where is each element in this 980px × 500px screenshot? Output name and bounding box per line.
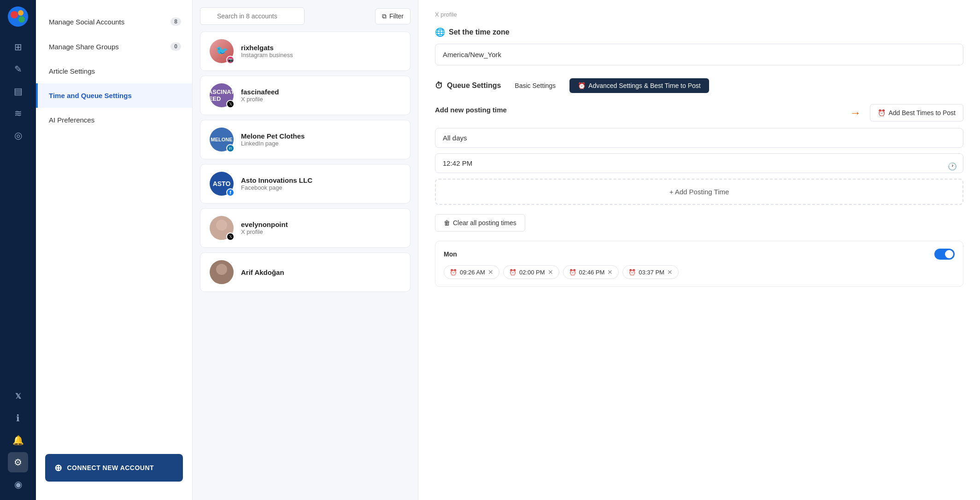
- add-posting-time-button[interactable]: + Add Posting Time: [435, 179, 963, 205]
- account-info-fascinafeed: fascinafeed X profile: [241, 88, 279, 103]
- timezone-title: 🌐 Set the time zone: [435, 27, 963, 37]
- plus-icon: ⊕: [54, 462, 63, 473]
- analytics-icon[interactable]: ◎: [8, 125, 28, 145]
- chip-close-3[interactable]: ✕: [667, 268, 673, 276]
- add-best-times-button[interactable]: ⏰ Add Best Times to Post: [870, 104, 963, 122]
- svg-point-6: [216, 264, 227, 275]
- sidebar-item-time-queue[interactable]: Time and Queue Settings: [36, 83, 192, 108]
- monday-toggle[interactable]: [934, 249, 955, 260]
- basic-settings-tab[interactable]: Basic Settings: [506, 78, 564, 93]
- instagram-badge: 📷: [226, 56, 235, 64]
- chip-clock-icon-1: ⏰: [509, 269, 516, 276]
- account-card-melone[interactable]: MELONE in Melone Pet Clothes LinkedIn pa…: [200, 120, 411, 159]
- chip-clock-icon-0: ⏰: [450, 269, 457, 276]
- account-panel: 🔍 ⧉ Filter 🐦 📷 rixhelgats Instagram busi…: [193, 0, 418, 500]
- svg-point-1: [11, 11, 18, 18]
- linkedin-badge: in: [226, 144, 235, 152]
- account-info-asto: Asto Innovations LLC Facebook page: [241, 176, 312, 191]
- chip-clock-icon-2: ⏰: [569, 269, 576, 276]
- account-card-arif[interactable]: Arif Akdoğan: [200, 252, 411, 292]
- twitter-icon[interactable]: 𝕏: [8, 386, 28, 406]
- account-info-melone: Melone Pet Clothes LinkedIn page: [241, 132, 305, 147]
- grid-icon[interactable]: ⊞: [8, 37, 28, 57]
- chip-clock-icon-3: ⏰: [628, 269, 636, 276]
- svg-point-0: [8, 6, 28, 27]
- time-chip-0246: ⏰ 02:46 PM ✕: [563, 265, 619, 279]
- chip-close-0[interactable]: ✕: [488, 268, 493, 276]
- account-info-evelyn: evelynonpoint X profile: [241, 221, 288, 235]
- monday-label: Mon: [444, 250, 457, 258]
- filter-button[interactable]: ⧉ Filter: [375, 8, 411, 24]
- account-card-fascinafeed[interactable]: FASCINATEFEED 𝕏 fascinafeed X profile: [200, 76, 411, 115]
- queue-settings-label: ⏱ Queue Settings: [435, 81, 501, 91]
- trash-icon: 🗑: [444, 219, 450, 227]
- time-chip-0337: ⏰ 03:37 PM ✕: [622, 265, 679, 279]
- twitter-badge-fascinafeed: 𝕏: [226, 100, 235, 108]
- monday-row-header: Mon: [444, 249, 955, 260]
- clear-posting-times-button[interactable]: 🗑 Clear all posting times: [435, 214, 525, 232]
- facebook-badge: f: [226, 188, 235, 197]
- filter-icon: ⧉: [382, 12, 387, 20]
- avatar-evelyn: 𝕏: [210, 216, 234, 240]
- feed-icon[interactable]: ≋: [8, 103, 28, 123]
- time-chip-0200: ⏰ 02:00 PM ✕: [503, 265, 559, 279]
- time-chip-0926: ⏰ 09:26 AM ✕: [444, 265, 499, 279]
- app-logo[interactable]: [7, 6, 29, 28]
- document-icon[interactable]: ▤: [8, 81, 28, 101]
- icon-bar: ⊞ ✎ ▤ ≋ ◎ 𝕏 ℹ 🔔 ⚙ ◉: [0, 0, 36, 500]
- day-select[interactable]: All days Monday Tuesday Wednesday Thursd…: [435, 128, 963, 148]
- avatar-arif: [210, 260, 234, 284]
- edit-icon[interactable]: ✎: [8, 59, 28, 79]
- avatar-rixhelgats: 🐦 📷: [210, 39, 234, 63]
- advanced-clock-icon: ⏰: [578, 82, 586, 89]
- breadcrumb: X profile: [435, 11, 963, 18]
- avatar-melone: MELONE in: [210, 128, 234, 151]
- time-clock-icon: 🕐: [948, 162, 957, 170]
- svg-point-4: [216, 220, 227, 231]
- sidebar-item-manage-social[interactable]: Manage Social Accounts 8: [36, 9, 192, 34]
- search-input[interactable]: [200, 7, 305, 25]
- twitter-badge-evelyn: 𝕏: [226, 233, 235, 241]
- sidebar-item-article-settings[interactable]: Article Settings: [36, 59, 192, 83]
- chip-close-2[interactable]: ✕: [607, 268, 613, 276]
- settings-panel: X profile 🌐 Set the time zone America/Ne…: [418, 0, 980, 500]
- settings-icon[interactable]: ⚙: [8, 452, 28, 472]
- svg-point-3: [18, 16, 25, 23]
- connect-new-account-button[interactable]: ⊕ CONNECT NEW ACCOUNT: [45, 454, 183, 482]
- monday-time-chips: ⏰ 09:26 AM ✕ ⏰ 02:00 PM ✕ ⏰ 02:46 PM ✕ ⏰…: [444, 265, 955, 279]
- advanced-settings-tab[interactable]: ⏰ Advanced Settings & Best Time to Post: [569, 78, 709, 93]
- avatar-fascinafeed: FASCINATEFEED 𝕏: [210, 83, 234, 107]
- search-wrap: 🔍: [200, 7, 370, 25]
- svg-point-7: [213, 275, 230, 284]
- sidebar: Manage Social Accounts 8 Manage Share Gr…: [36, 0, 193, 500]
- time-input[interactable]: [435, 153, 963, 173]
- info-icon[interactable]: ℹ: [8, 408, 28, 428]
- search-bar: 🔍 ⧉ Filter: [200, 7, 411, 25]
- globe-icon: 🌐: [435, 27, 445, 37]
- account-info-arif: Arif Akdoğan: [241, 268, 284, 276]
- add-posting-title: Add new posting time: [435, 106, 507, 114]
- circle-icon[interactable]: ◉: [8, 474, 28, 494]
- account-card-rixhelgats[interactable]: 🐦 📷 rixhelgats Instagram business: [200, 31, 411, 71]
- sidebar-item-share-groups[interactable]: Manage Share Groups 0: [36, 34, 192, 59]
- account-card-evelyn[interactable]: 𝕏 evelynonpoint X profile: [200, 208, 411, 248]
- avatar-asto: ASTO f: [210, 172, 234, 196]
- monday-schedule-row: Mon ⏰ 09:26 AM ✕ ⏰ 02:00 PM ✕ ⏰ 02:46 PM…: [435, 241, 963, 287]
- account-info-rixhelgats: rixhelgats Instagram business: [241, 44, 293, 58]
- queue-settings-bar: ⏱ Queue Settings Basic Settings ⏰ Advanc…: [435, 78, 963, 93]
- add-posting-row: Add new posting time → ⏰ Add Best Times …: [435, 104, 963, 122]
- queue-clock-icon: ⏱: [435, 81, 443, 91]
- best-times-icon: ⏰: [878, 109, 886, 116]
- account-card-asto[interactable]: ASTO f Asto Innovations LLC Facebook pag…: [200, 164, 411, 203]
- sidebar-item-ai-preferences[interactable]: AI Preferences: [36, 108, 192, 132]
- arrow-indicator: →: [850, 106, 861, 119]
- chip-close-1[interactable]: ✕: [548, 268, 553, 276]
- bell-icon[interactable]: 🔔: [8, 430, 28, 450]
- timezone-select[interactable]: America/New_York: [435, 44, 963, 65]
- time-input-wrap: 🕐: [435, 153, 963, 179]
- svg-point-2: [18, 10, 23, 16]
